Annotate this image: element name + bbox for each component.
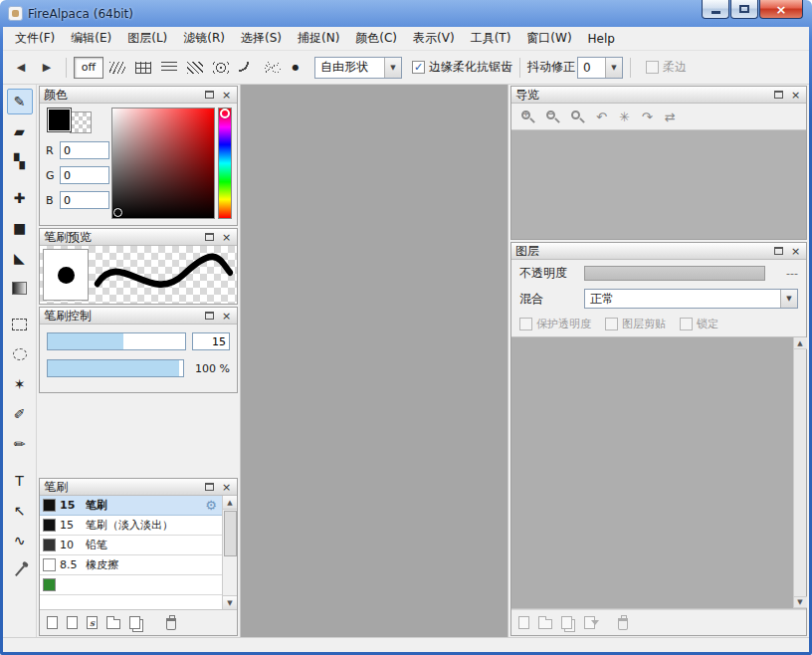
duplicate-brush-icon[interactable] xyxy=(67,616,78,629)
soft-edge-checkbox[interactable] xyxy=(646,61,659,74)
add-brush-icon[interactable] xyxy=(47,616,58,629)
snap-off-button[interactable]: off xyxy=(74,57,103,79)
panel-float-icon[interactable] xyxy=(774,91,783,99)
panel-float-icon[interactable] xyxy=(205,483,214,491)
blue-input[interactable] xyxy=(60,191,109,209)
tool-bucket[interactable]: ◣ xyxy=(7,245,33,271)
current-color-swatch[interactable] xyxy=(47,108,72,132)
rotate-left-icon[interactable]: ↶ xyxy=(596,109,607,124)
panel-close-icon[interactable]: × xyxy=(220,481,233,494)
tool-text[interactable]: T xyxy=(7,468,33,494)
brush-folder-icon[interactable] xyxy=(106,619,120,629)
import-layer-icon[interactable] xyxy=(584,616,595,629)
antialias-checkbox[interactable]: ✓ xyxy=(412,61,425,74)
brush-list-item[interactable]: 15 笔刷（淡入淡出） xyxy=(40,516,222,536)
tool-lasso[interactable] xyxy=(7,341,33,367)
brush-list-item[interactable]: 8.5 橡皮擦 xyxy=(40,555,222,575)
panel-float-icon[interactable] xyxy=(205,312,214,320)
close-button[interactable]: × xyxy=(759,0,803,19)
tool-dither[interactable]: ▚ xyxy=(7,148,33,174)
snap-curve-button[interactable] xyxy=(235,57,259,79)
red-input[interactable] xyxy=(60,141,109,159)
correction-select[interactable]: 0 ▼ xyxy=(577,57,623,79)
tool-operation[interactable]: ↖ xyxy=(7,498,33,524)
prev-button[interactable]: ◀ xyxy=(9,56,33,80)
brush-list-item[interactable]: 15 笔刷 ⚙ xyxy=(40,496,222,516)
menu-layer[interactable]: 图层(L) xyxy=(119,27,175,50)
protect-alpha-checkbox[interactable] xyxy=(519,318,532,330)
scroll-down-icon[interactable]: ▼ xyxy=(223,595,238,609)
tool-move[interactable]: ✚ xyxy=(7,185,33,211)
copy-brush-icon[interactable] xyxy=(129,616,140,629)
panel-close-icon[interactable]: × xyxy=(220,310,233,323)
tool-curve[interactable]: ∿ xyxy=(7,528,33,553)
snap-point-button[interactable]: ● xyxy=(287,57,304,79)
maximize-button[interactable] xyxy=(730,0,758,19)
panel-close-icon[interactable]: × xyxy=(220,89,233,102)
scrollbar-thumb[interactable] xyxy=(224,511,237,556)
snap-horizontal-button[interactable] xyxy=(157,57,181,79)
green-input[interactable] xyxy=(60,166,109,184)
brush-size-input[interactable] xyxy=(192,332,230,350)
brush-list-scrollbar[interactable]: ▲ ▼ xyxy=(222,496,237,609)
snap-cross-button[interactable] xyxy=(131,57,155,79)
menu-snap[interactable]: 捕捉(N) xyxy=(290,27,347,50)
tool-pencil[interactable]: ✎ xyxy=(7,89,33,114)
brush-list-item[interactable] xyxy=(40,575,222,595)
brush-opacity-slider[interactable] xyxy=(47,359,184,377)
snap-circle-button[interactable] xyxy=(209,57,233,79)
gear-icon[interactable]: ⚙ xyxy=(205,498,217,513)
tool-eyedropper[interactable] xyxy=(7,557,33,583)
menu-window[interactable]: 窗口(W) xyxy=(518,27,579,50)
layer-list-scrollbar[interactable]: ▲ ▼ xyxy=(793,337,806,608)
add-layer-icon[interactable] xyxy=(518,616,529,629)
rotate-reset-icon[interactable]: ✳ xyxy=(619,109,630,124)
shape-select[interactable]: 自由形状 ▼ xyxy=(314,57,402,79)
layer-folder-icon[interactable] xyxy=(538,619,552,629)
delete-layer-icon[interactable] xyxy=(618,618,628,630)
panel-float-icon[interactable] xyxy=(205,233,214,241)
rotate-right-icon[interactable]: ↷ xyxy=(642,109,653,124)
scroll-up-icon[interactable]: ▲ xyxy=(223,496,238,510)
panel-float-icon[interactable] xyxy=(774,247,783,255)
panel-close-icon[interactable]: × xyxy=(789,89,802,102)
snap-vanish-button[interactable] xyxy=(183,57,207,79)
secondary-color-swatch[interactable] xyxy=(70,111,92,133)
menu-select[interactable]: 选择(S) xyxy=(233,27,290,50)
lock-checkbox[interactable] xyxy=(680,318,693,330)
menu-tool[interactable]: 工具(T) xyxy=(463,27,519,50)
snap-perspective-button[interactable] xyxy=(261,57,285,79)
delete-brush-icon[interactable] xyxy=(166,618,176,630)
tool-magic-wand[interactable]: ✶ xyxy=(7,371,33,397)
menu-edit[interactable]: 编辑(E) xyxy=(63,27,119,50)
blend-select[interactable]: 正常 ▼ xyxy=(584,289,798,309)
tool-pen[interactable]: ✐ xyxy=(7,401,33,427)
hue-cursor[interactable] xyxy=(220,109,230,118)
opacity-slider[interactable] xyxy=(584,266,765,281)
tool-eraser[interactable]: ▰ xyxy=(7,118,33,144)
navigator-preview[interactable] xyxy=(511,129,806,239)
script-brush-icon[interactable]: s xyxy=(87,616,98,629)
canvas-workspace[interactable] xyxy=(240,85,508,637)
next-button[interactable]: ▶ xyxy=(35,56,59,80)
panel-close-icon[interactable]: × xyxy=(789,245,802,258)
zoom-reset-icon[interactable] xyxy=(571,110,584,123)
panel-float-icon[interactable] xyxy=(205,91,214,99)
panel-close-icon[interactable]: × xyxy=(220,231,233,244)
tool-select-rect[interactable] xyxy=(7,312,33,337)
saturation-value-picker[interactable] xyxy=(111,108,215,219)
hue-slider[interactable] xyxy=(218,108,232,219)
menu-help[interactable]: Help xyxy=(580,29,623,49)
layer-list[interactable]: ▲ ▼ xyxy=(511,336,806,609)
scroll-up-icon[interactable]: ▲ xyxy=(794,337,807,349)
menu-filter[interactable]: 滤镜(R) xyxy=(175,27,233,50)
tool-polyline-pen[interactable]: ✏ xyxy=(7,431,33,457)
zoom-in-icon[interactable]: + xyxy=(521,110,534,123)
menu-view[interactable]: 表示(V) xyxy=(405,27,463,50)
menu-color[interactable]: 颜色(C) xyxy=(347,27,405,50)
brush-list-item[interactable]: 10 铅笔 xyxy=(40,536,222,555)
tool-gradient[interactable] xyxy=(7,275,33,301)
snap-parallel-button[interactable] xyxy=(105,57,129,79)
menu-file[interactable]: 文件(F) xyxy=(7,27,63,50)
minimize-button[interactable] xyxy=(702,0,729,19)
